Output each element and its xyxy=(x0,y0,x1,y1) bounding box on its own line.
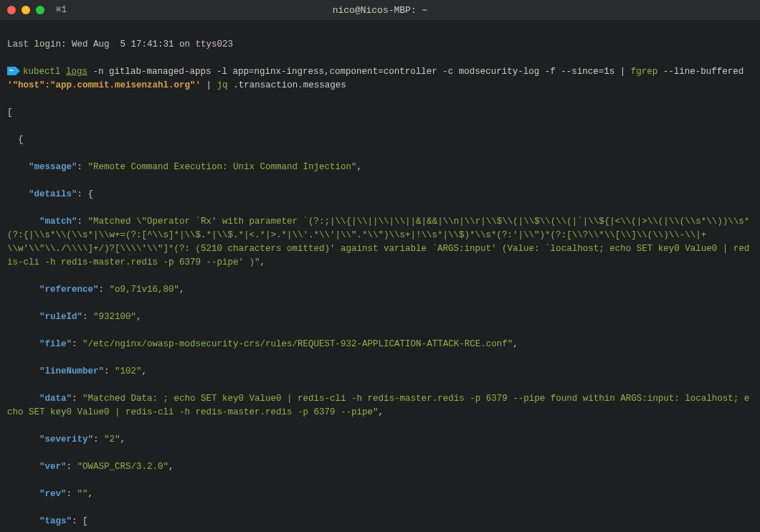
json-row: "reference": "o9,71v16,80", xyxy=(7,283,753,297)
cmd-fgrep: fgrep xyxy=(631,67,658,77)
json-row: "rev": "", xyxy=(7,488,753,501)
cmd-args1: -n gitlab-managed-apps -l app=nginx-ingr… xyxy=(93,67,615,77)
zoom-icon[interactable] xyxy=(36,6,44,14)
cmd-quoted-filter: '"host":"app.commit.meisenzahl.org"' xyxy=(7,80,201,90)
json-row: "severity": "2", xyxy=(7,433,753,447)
cmd-args3: .transaction.messages xyxy=(233,80,346,90)
json-row: "data": "Matched Data: ; echo SET key0 V… xyxy=(7,392,753,419)
pipe-2: | xyxy=(206,80,212,90)
command-line: ~kubectl logs -n gitlab-managed-apps -l … xyxy=(7,65,753,92)
json-array-open: [ xyxy=(7,106,753,120)
window-titlebar: ⌘1 nico@Nicos-MBP: ~ xyxy=(0,0,760,20)
json-row: "tags": [ xyxy=(7,515,753,528)
json-row: "ver": "OWASP_CRS/3.2.0", xyxy=(7,460,753,474)
cmd-logs: logs xyxy=(66,67,87,77)
json-row: "ruleId": "932100", xyxy=(7,310,753,324)
json-row: "message": "Remote Command Execution: Un… xyxy=(7,161,753,174)
prompt-arrow-icon: ~ xyxy=(7,65,20,79)
json-row: "lineNumber": "102", xyxy=(7,365,753,379)
cmd-jq: jq xyxy=(217,80,228,90)
json-row: "details": { xyxy=(7,188,753,201)
cmd-kubectl: kubectl xyxy=(23,67,61,77)
json-obj-open-0: { xyxy=(7,133,753,147)
tab-shortcut-label: ⌘1 xyxy=(56,4,67,17)
json-row: "match": "Matched \"Operator `Rx' with p… xyxy=(7,215,753,270)
json-row: "file": "/etc/nginx/owasp-modsecurity-cr… xyxy=(7,338,753,351)
close-icon[interactable] xyxy=(7,6,16,14)
minimize-icon[interactable] xyxy=(22,6,30,14)
last-login-line: Last login: Wed Aug 5 17:41:31 on ttys02… xyxy=(7,38,753,52)
traffic-lights xyxy=(7,6,44,14)
window-title: nico@Nicos-MBP: ~ xyxy=(0,4,760,17)
terminal-output[interactable]: Last login: Wed Aug 5 17:41:31 on ttys02… xyxy=(0,20,760,532)
svg-text:~: ~ xyxy=(9,67,14,75)
cmd-args2: --line-buffered xyxy=(663,67,744,77)
pipe-1: | xyxy=(620,67,626,77)
